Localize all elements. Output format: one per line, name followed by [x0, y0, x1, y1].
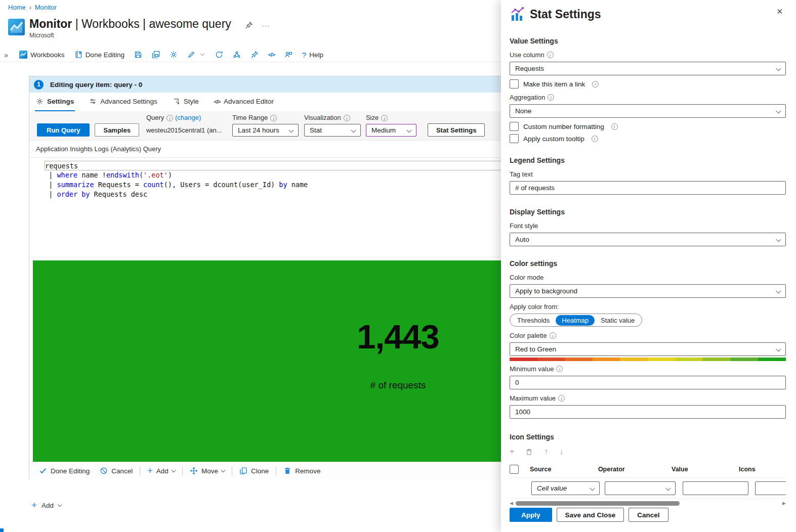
- chevron-down-icon: [199, 52, 205, 58]
- plus-icon: +: [31, 500, 37, 511]
- info-icon[interactable]: i: [166, 115, 173, 121]
- info-icon[interactable]: i: [556, 366, 563, 372]
- stat-settings-button[interactable]: Stat Settings: [428, 123, 485, 137]
- aggregation-dropdown[interactable]: None: [510, 104, 786, 118]
- chevron-down-icon: [776, 237, 781, 242]
- command-toolbar: » Workbooks Done Editing: [0, 48, 501, 62]
- tab-advanced-editor[interactable]: </> Advanced Editor: [213, 93, 275, 111]
- visualization-dropdown[interactable]: Stat: [304, 124, 361, 137]
- save-and-close-button[interactable]: Save and Close: [557, 508, 624, 522]
- share-button[interactable]: [233, 51, 241, 59]
- minimum-value-input[interactable]: [510, 376, 786, 389]
- workbooks-logo-icon: [19, 51, 27, 59]
- close-icon[interactable]: ✕: [776, 7, 783, 16]
- stat-label: # of requests: [370, 380, 426, 391]
- info-icon[interactable]: i: [558, 395, 565, 402]
- pin-button[interactable]: [250, 51, 259, 59]
- info-icon[interactable]: i: [550, 332, 556, 339]
- toggle-heatmap[interactable]: Heatmap: [556, 315, 595, 326]
- edit-dropdown-chevron[interactable]: [199, 52, 205, 58]
- chevron-down-icon: [776, 66, 781, 71]
- samples-button[interactable]: Samples: [95, 123, 139, 137]
- icons-input[interactable]: [755, 481, 786, 495]
- delete-row-icon[interactable]: [525, 448, 533, 456]
- info-icon[interactable]: i: [592, 136, 598, 142]
- refresh-button[interactable]: [215, 51, 223, 59]
- tab-style[interactable]: Style: [172, 93, 200, 111]
- value-input[interactable]: [683, 481, 748, 495]
- clone-footer-button[interactable]: Clone: [234, 467, 274, 475]
- scroll-right-icon[interactable]: ▶: [782, 501, 786, 506]
- info-icon[interactable]: i: [381, 115, 388, 121]
- apply-color-from-label: Apply color from:: [510, 303, 786, 311]
- panel-footer: Apply Save and Close Cancel: [510, 508, 668, 522]
- apply-button[interactable]: Apply: [510, 508, 552, 522]
- gear-icon: [36, 98, 44, 105]
- custom-number-checkbox[interactable]: [510, 122, 519, 131]
- move-down-icon[interactable]: ↓: [559, 447, 563, 456]
- info-icon[interactable]: i: [592, 81, 599, 87]
- collapse-sidebar-icon[interactable]: »: [4, 51, 8, 59]
- time-range-dropdown[interactable]: Last 24 hours: [232, 124, 299, 137]
- font-style-dropdown[interactable]: Auto: [510, 233, 786, 246]
- toggle-thresholds[interactable]: Thresholds: [511, 315, 556, 326]
- cancel-footer-button[interactable]: Cancel: [95, 467, 138, 475]
- maximum-value-input[interactable]: [510, 405, 786, 419]
- horizontal-scrollbar: ◀ ▶: [510, 499, 786, 507]
- pin-title-icon[interactable]: [245, 21, 253, 29]
- change-query-link[interactable]: (change): [175, 114, 201, 121]
- add-row-icon[interactable]: +: [510, 447, 514, 456]
- time-range-label: Time Rangei: [232, 114, 299, 121]
- chevron-down-icon: [172, 468, 176, 472]
- remove-footer-button[interactable]: Remove: [278, 467, 325, 475]
- gradient-segment: [703, 358, 731, 361]
- add-footer-button[interactable]: + Add: [142, 466, 180, 476]
- color-mode-dropdown[interactable]: Apply to background: [510, 284, 786, 298]
- color-gradient: [510, 358, 786, 361]
- save-button[interactable]: [134, 51, 142, 59]
- move-footer-button[interactable]: Move: [185, 467, 230, 475]
- advanced-editor-code-button[interactable]: </>: [268, 52, 275, 58]
- info-icon[interactable]: i: [270, 115, 277, 121]
- operator-dropdown[interactable]: [605, 481, 676, 495]
- scrollbar-track[interactable]: [516, 501, 780, 506]
- save-all-button[interactable]: [152, 51, 160, 59]
- chevron-down-icon: [58, 503, 62, 507]
- visualization-label: Visualizationi: [304, 114, 361, 121]
- color-palette-dropdown[interactable]: Red to Green: [510, 342, 786, 356]
- scrollbar-thumb[interactable]: [516, 501, 680, 506]
- scrollbar-nub[interactable]: [0, 528, 4, 532]
- workbooks-button[interactable]: Workbooks: [19, 51, 64, 59]
- edit-pencil-button[interactable]: [187, 51, 195, 59]
- settings-gear-button[interactable]: [170, 51, 178, 59]
- pencil-icon: [187, 51, 195, 59]
- done-editing-footer-button[interactable]: Done Editing: [34, 467, 95, 475]
- tag-text-input[interactable]: [510, 181, 786, 195]
- tab-advanced-settings[interactable]: Advanced Settings: [88, 93, 158, 111]
- step-number-badge: 1: [34, 80, 44, 90]
- info-icon[interactable]: i: [344, 115, 350, 121]
- make-link-checkbox[interactable]: [510, 79, 519, 88]
- more-options-icon[interactable]: ···: [262, 22, 270, 29]
- tab-settings[interactable]: Settings: [35, 93, 75, 111]
- size-dropdown[interactable]: Medium: [366, 124, 416, 137]
- help-button[interactable]: ? Help: [302, 51, 323, 59]
- info-icon[interactable]: i: [547, 52, 554, 58]
- scroll-left-icon[interactable]: ◀: [510, 501, 513, 506]
- run-query-button[interactable]: Run Query: [37, 123, 90, 137]
- feedback-button[interactable]: [284, 51, 292, 59]
- info-icon[interactable]: i: [611, 123, 618, 130]
- breadcrumb-monitor-link[interactable]: Monitor: [35, 4, 57, 11]
- query-source-value[interactable]: westeu2015central1 (an...: [146, 124, 227, 137]
- custom-tooltip-checkbox[interactable]: [510, 134, 519, 143]
- use-column-dropdown[interactable]: Requests: [510, 62, 786, 75]
- done-editing-button[interactable]: Done Editing: [74, 51, 124, 59]
- move-up-icon[interactable]: ↑: [544, 447, 548, 456]
- cancel-button[interactable]: Cancel: [629, 508, 668, 522]
- breadcrumb-home-link[interactable]: Home: [8, 4, 26, 11]
- select-all-checkbox[interactable]: [510, 465, 519, 474]
- info-icon[interactable]: i: [548, 94, 554, 101]
- toggle-static-value[interactable]: Static value: [595, 315, 641, 326]
- add-item-button[interactable]: + Add: [31, 500, 61, 511]
- source-dropdown[interactable]: Cell value: [531, 481, 600, 495]
